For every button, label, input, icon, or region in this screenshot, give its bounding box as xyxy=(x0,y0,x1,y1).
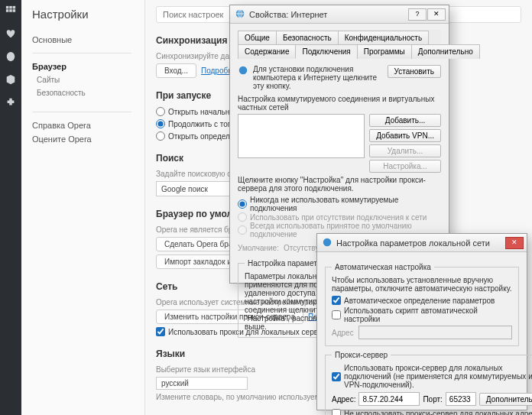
inet-tabs-row1: Общие Безопасность Конфиденциальность xyxy=(238,30,441,44)
svg-point-6 xyxy=(7,52,15,61)
nav-browser[interactable]: Браузер xyxy=(32,60,144,73)
default-label: Умолчание: xyxy=(238,244,279,252)
globe-icon xyxy=(322,237,332,249)
svg-point-10 xyxy=(323,238,332,246)
auto-legend: Автоматическая настройка xyxy=(332,263,434,271)
svg-rect-0 xyxy=(6,6,9,9)
dial-label: Настройка коммутируемого соединения и ви… xyxy=(238,95,441,112)
proxy-port-input[interactable] xyxy=(446,392,476,406)
dial-hint: Щелкните кнопку "Настройка" для настройк… xyxy=(238,176,441,193)
close-button[interactable]: ✕ xyxy=(427,8,446,21)
login-button[interactable]: Вход... xyxy=(156,63,196,78)
app-sidebar xyxy=(0,0,21,415)
inet-titlebar[interactable]: Свойства: Интернет ? ✕ xyxy=(230,5,449,24)
add-vpn-button[interactable]: Добавить VPN... xyxy=(369,129,441,142)
inet-title: Свойства: Интернет xyxy=(249,10,327,19)
proxy-advanced-button[interactable]: Дополнительно xyxy=(479,393,532,406)
language-select[interactable]: русский xyxy=(156,377,248,390)
autodetect-checkbox[interactable]: Автоматическое определение параметров xyxy=(332,296,512,305)
auto-text: Чтобы использовать установленные вручную… xyxy=(332,276,512,293)
svg-point-9 xyxy=(239,66,248,75)
proxy-address-input[interactable] xyxy=(358,392,420,406)
setup-button[interactable]: Установить xyxy=(388,65,442,78)
cube-icon[interactable] xyxy=(5,73,17,86)
autoscript-checkbox[interactable]: Использовать скрипт автоматической настр… xyxy=(332,306,512,323)
svg-rect-1 xyxy=(9,6,12,9)
settings-nav: Настройки Основные Браузер Сайты Безопас… xyxy=(21,0,145,415)
close-button[interactable]: ✕ xyxy=(505,237,524,249)
extensions-icon[interactable] xyxy=(5,96,17,109)
tab-advanced[interactable]: Дополнительно xyxy=(411,44,480,59)
add-connection-button[interactable]: Добавить... xyxy=(369,114,441,127)
dial-radio-never[interactable]: Никогда не использовать коммутируемые по… xyxy=(238,196,441,212)
setup-icon xyxy=(238,65,248,77)
tab-security[interactable]: Безопасность xyxy=(276,31,339,44)
lan-titlebar[interactable]: Настройка параметров локальной сети ✕ xyxy=(317,234,527,252)
dial-listbox[interactable] xyxy=(238,114,365,158)
tab-content[interactable]: Содержание xyxy=(238,44,296,59)
setup-text: Для установки подключения компьютера к И… xyxy=(253,65,383,90)
script-address-input[interactable] xyxy=(358,326,512,339)
inet-tabs-row2: Содержание Подключения Программы Дополни… xyxy=(238,44,441,59)
nav-security[interactable]: Безопасность xyxy=(32,86,144,99)
help-button[interactable]: ? xyxy=(408,8,427,21)
nav-basic[interactable]: Основные xyxy=(32,33,144,47)
apps-icon[interactable] xyxy=(5,5,17,17)
use-proxy-checkbox[interactable]: Использовать прокси-сервер для локальных… xyxy=(332,364,532,389)
proxy-legend: Прокси-сервер xyxy=(332,351,391,359)
heart-icon[interactable] xyxy=(5,28,17,40)
dial-radio-whenno[interactable]: Использовать при отсутствии подключения … xyxy=(238,212,441,222)
connection-settings-button[interactable]: Настройка... xyxy=(369,160,441,173)
nav-sites[interactable]: Сайты xyxy=(32,73,144,86)
svg-rect-3 xyxy=(6,9,9,12)
svg-rect-5 xyxy=(13,9,16,12)
opera-icon[interactable] xyxy=(5,50,17,63)
lan-settings-dialog: Настройка параметров локальной сети ✕ Ав… xyxy=(316,233,527,410)
proxy-port-label: Порт: xyxy=(423,395,442,404)
remove-connection-button[interactable]: Удалить... xyxy=(369,144,441,157)
lan-dialog-title: Настройка параметров локальной сети xyxy=(336,238,490,248)
svg-rect-2 xyxy=(13,6,16,9)
lang-desc: Выберите язык интерфейса xyxy=(156,365,255,374)
tab-connections[interactable]: Подключения xyxy=(295,44,357,59)
globe-icon xyxy=(235,8,245,21)
nav-help[interactable]: Справка Opera xyxy=(32,118,144,132)
tab-programs[interactable]: Программы xyxy=(357,44,412,59)
tab-privacy[interactable]: Конфиденциальность xyxy=(338,31,429,44)
nav-rate[interactable]: Оцените Opera xyxy=(32,132,144,146)
script-addr-label: Адрес xyxy=(332,329,354,337)
svg-rect-4 xyxy=(9,9,12,12)
bypass-local-checkbox[interactable]: Не использовать прокси-сервер для локаль… xyxy=(332,409,532,415)
proxy-addr-label: Адрес: xyxy=(332,395,355,404)
tab-general[interactable]: Общие xyxy=(238,31,277,44)
page-title: Настройки xyxy=(32,8,144,21)
